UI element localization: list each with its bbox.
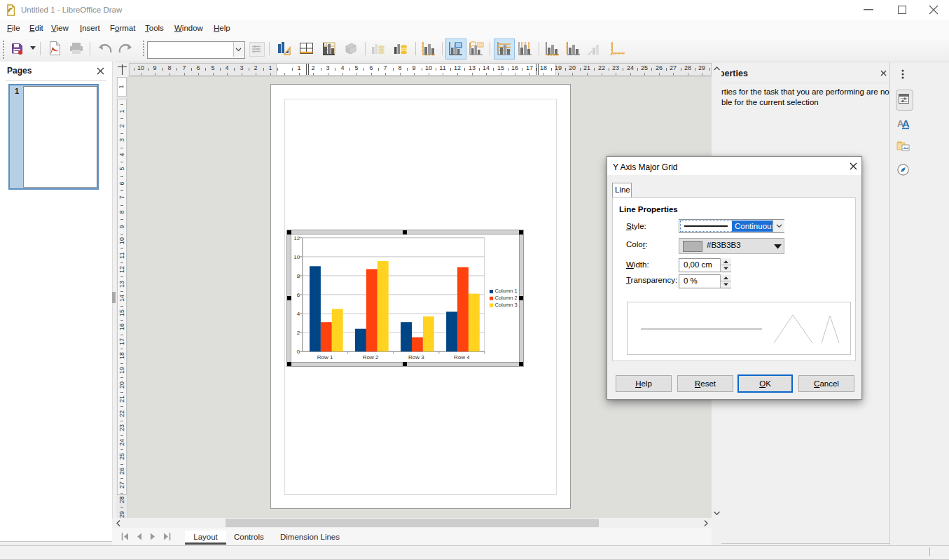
svg-text:Row 2: Row 2 — [363, 354, 379, 360]
svg-text:10: 10 — [293, 254, 300, 260]
svg-text:Column 2: Column 2 — [495, 295, 518, 301]
svg-text:12: 12 — [293, 235, 300, 241]
svg-text:Column 3: Column 3 — [495, 302, 518, 308]
svg-text:2: 2 — [297, 330, 300, 336]
svg-text:6: 6 — [297, 292, 300, 298]
svg-text:Row 3: Row 3 — [408, 354, 424, 360]
svg-text:Row 4: Row 4 — [454, 354, 470, 360]
svg-text:Column 1: Column 1 — [495, 288, 518, 294]
svg-text:0: 0 — [297, 349, 300, 355]
svg-text:A: A — [902, 118, 910, 130]
svg-text:8: 8 — [297, 273, 300, 279]
svg-text:4: 4 — [297, 311, 300, 317]
svg-text:Row 1: Row 1 — [317, 354, 333, 360]
